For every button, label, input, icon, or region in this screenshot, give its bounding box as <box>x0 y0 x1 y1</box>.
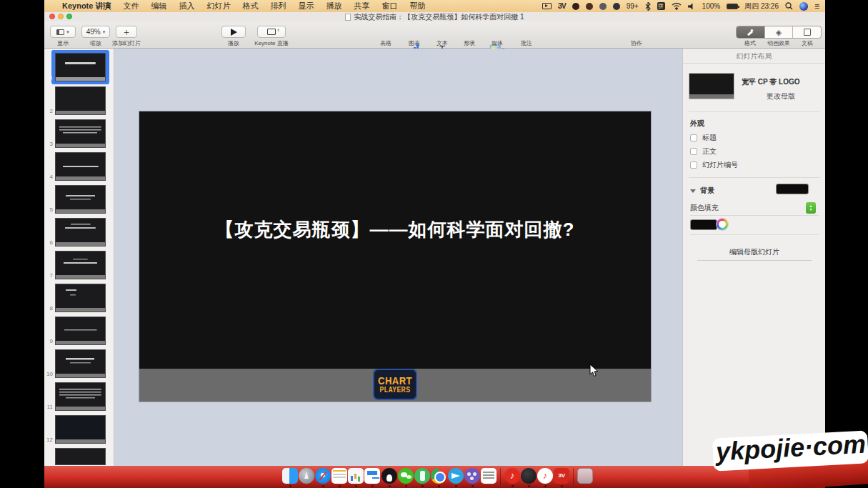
video-player-icon[interactable] <box>464 468 480 484</box>
apple-music-icon[interactable]: ♪ <box>537 468 553 484</box>
color-wheel-icon[interactable] <box>717 219 728 230</box>
menu-item-file[interactable]: 文件 <box>123 1 139 11</box>
slide-number: 8 <box>44 305 53 312</box>
slide-thumbnail[interactable] <box>55 448 106 465</box>
edit-master-button[interactable]: 编辑母版幻灯片 <box>690 247 819 257</box>
status-app-icon[interactable] <box>572 3 579 10</box>
master-slide-thumbnail[interactable] <box>689 73 734 99</box>
black-app-icon[interactable] <box>521 468 537 484</box>
fill-color-swatch[interactable] <box>690 219 717 230</box>
minimize-window-button[interactable] <box>58 14 64 19</box>
slide-thumbnail[interactable] <box>55 218 106 247</box>
safari-icon[interactable] <box>315 468 331 484</box>
telegram-icon[interactable] <box>448 468 464 484</box>
slide-number: 7 <box>44 272 53 279</box>
3v-status-icon[interactable]: ЗV <box>558 2 566 10</box>
mac-screen: Keynote 讲演 文件 编辑 插入 幻灯片 格式 排列 显示 播放 共享 窗… <box>44 0 825 488</box>
volume-icon[interactable] <box>688 3 696 10</box>
input-method-badge[interactable]: 拼 <box>657 2 665 10</box>
notification-shield-icon[interactable] <box>613 3 620 10</box>
slide-thumbnail[interactable] <box>55 317 106 345</box>
stocks-icon[interactable] <box>348 468 364 484</box>
change-master-button[interactable]: 更改母版 <box>742 91 820 101</box>
trash-icon[interactable] <box>577 468 593 484</box>
slide-number-checkbox[interactable] <box>690 161 697 169</box>
notification-badge[interactable]: 99+ <box>627 2 639 10</box>
wifi-icon[interactable] <box>672 2 682 10</box>
slide-thumbnail[interactable] <box>55 119 106 148</box>
menu-item-view[interactable]: 显示 <box>298 1 314 11</box>
keynote-live-button[interactable] <box>257 26 286 38</box>
launchpad-icon[interactable] <box>299 468 314 484</box>
slide-thumbnail[interactable] <box>55 415 106 444</box>
add-slide-button[interactable]: ＋ <box>116 26 137 38</box>
slide-thumbnail[interactable] <box>55 185 106 214</box>
zoom-dropdown[interactable]: 49%▾ <box>81 26 110 38</box>
menu-bar-clock[interactable]: 周四 23:26 <box>744 1 779 11</box>
slide-canvas[interactable]: 【攻克交易瓶颈】——如何科学面对回撤? CHART PLAYERS <box>114 49 682 466</box>
screen-mirroring-icon[interactable] <box>542 3 552 9</box>
title-checkbox[interactable] <box>690 134 697 141</box>
wechat-icon[interactable] <box>398 468 414 484</box>
table-label: 表格 <box>380 39 391 47</box>
color-fill-label: 颜色填充 <box>690 204 719 211</box>
siri-icon[interactable] <box>799 2 808 11</box>
slide-thumbnail[interactable] <box>55 86 106 115</box>
play-button[interactable] <box>221 26 246 38</box>
body-checkbox-row[interactable]: 正文 <box>690 146 717 156</box>
master-slide-name: 宽平 CP 带 LOGO <box>742 77 820 87</box>
textedit-icon[interactable] <box>481 468 497 484</box>
document-tab[interactable] <box>793 26 821 38</box>
slide-number-checkbox-row[interactable]: 幻灯片编号 <box>690 160 738 170</box>
color-fill-row: 颜色填充 ▲▼ <box>690 202 819 216</box>
qq-icon[interactable] <box>381 468 397 484</box>
fill-type-stepper[interactable]: ▲▼ <box>806 202 816 214</box>
view-button[interactable]: ▾ <box>50 26 76 38</box>
battery-icon[interactable] <box>727 4 738 9</box>
slide-thumbnail[interactable] <box>55 152 106 181</box>
slide-thumbnail[interactable] <box>55 284 106 312</box>
menu-item-share[interactable]: 共享 <box>354 1 369 11</box>
slide-thumbnail[interactable] <box>55 349 106 378</box>
chrome-icon[interactable] <box>431 468 447 484</box>
keynote-icon[interactable] <box>364 468 380 484</box>
spotlight-search-icon[interactable] <box>785 2 793 10</box>
background-color-swatch[interactable] <box>776 184 809 194</box>
menu-item-insert[interactable]: 插入 <box>179 1 194 11</box>
body-checkbox[interactable] <box>690 148 697 155</box>
slide-thumbnail[interactable] <box>55 382 106 411</box>
menu-item-arrange[interactable]: 排列 <box>270 1 286 11</box>
current-slide[interactable]: 【攻克交易瓶颈】——如何科学面对回撤? CHART PLAYERS <box>139 111 651 402</box>
status-app2-icon[interactable] <box>586 3 593 10</box>
mouse-cursor <box>589 364 599 377</box>
menu-item-keynote[interactable]: Keynote 讲演 <box>62 1 111 11</box>
format-tab[interactable] <box>737 26 765 38</box>
menu-item-play[interactable]: 播放 <box>326 1 341 11</box>
slide-number: 10 <box>44 371 53 377</box>
disclosure-triangle-icon[interactable] <box>690 189 696 193</box>
menu-item-help[interactable]: 帮助 <box>409 1 425 11</box>
title-checkbox-row[interactable]: 标题 <box>690 133 717 143</box>
menu-item-edit[interactable]: 编辑 <box>151 1 166 11</box>
zoom-window-button[interactable] <box>66 14 72 19</box>
3v-app-icon[interactable]: ЗV <box>554 468 569 484</box>
dock: ♪ ♪ ЗV <box>44 466 825 488</box>
close-window-button[interactable] <box>49 14 55 19</box>
appearance-section-label: 外观 <box>690 119 704 129</box>
finder-icon[interactable] <box>282 468 298 484</box>
status-app3-icon[interactable] <box>599 3 607 10</box>
slide-thumbnail[interactable] <box>55 53 106 81</box>
menu-item-slide[interactable]: 幻灯片 <box>206 1 230 11</box>
notes-icon[interactable] <box>331 468 347 484</box>
fill-swatch-row <box>690 219 819 235</box>
menu-item-format[interactable]: 格式 <box>242 1 258 11</box>
slide-thumbnail[interactable] <box>55 251 106 279</box>
bluetooth-icon[interactable] <box>645 2 651 11</box>
document-title-text: 实战交易指南：【攻克交易瓶颈】如何科学面对回撤 1 <box>354 12 524 22</box>
slide-title-text[interactable]: 【攻克交易瓶颈】——如何科学面对回撤? <box>139 217 651 242</box>
menu-item-window[interactable]: 窗口 <box>381 1 397 11</box>
notification-center-icon[interactable]: ≡ <box>814 1 819 11</box>
evernote-icon[interactable] <box>414 468 430 484</box>
animate-tab[interactable]: ◈ <box>765 26 794 38</box>
netease-music-icon[interactable]: ♪ <box>504 468 520 484</box>
